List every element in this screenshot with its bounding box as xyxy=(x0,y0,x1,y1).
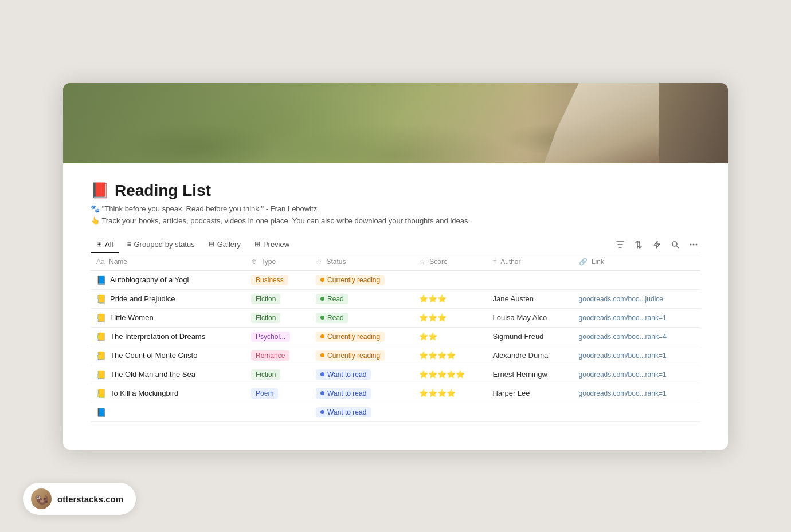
cell-link[interactable]: goodreads.com/boo...rank=1 xyxy=(573,384,700,403)
description: 👆 Track your books, articles, podcasts, … xyxy=(91,216,700,225)
cell-type: Poem xyxy=(245,384,310,403)
view-tabs: ⊞ All ≡ Grouped by status ⊟ Gallery ⊞ Pr… xyxy=(91,237,295,253)
cell-status: Want to read xyxy=(310,365,413,384)
tab-gallery-icon: ⊟ xyxy=(209,240,214,248)
banner-image xyxy=(63,83,728,163)
cell-status: Want to read xyxy=(310,384,413,403)
book-icon: 📘 xyxy=(96,275,106,285)
cell-type: Psychol... xyxy=(245,327,310,346)
svg-point-2 xyxy=(693,243,695,245)
book-icon: 📒 xyxy=(96,370,106,379)
col-score: ☆ Score xyxy=(413,253,487,271)
status-badge[interactable]: Read xyxy=(316,313,348,323)
book-icon: 📘 xyxy=(96,408,106,417)
table-row[interactable]: 📒To Kill a MockingbirdPoemWant to read⭐⭐… xyxy=(91,384,700,403)
tab-gallery[interactable]: ⊟ Gallery xyxy=(203,237,246,253)
cell-status: Currently reading xyxy=(310,346,413,365)
status-dot xyxy=(320,372,324,376)
table-row[interactable]: 📒Pride and PrejudiceFictionRead⭐⭐⭐Jane A… xyxy=(91,289,700,308)
cell-link[interactable]: goodreads.com/boo...rank=4 xyxy=(573,327,700,346)
col-author: ≡ Author xyxy=(487,253,573,271)
cell-type: Fiction xyxy=(245,365,310,384)
status-badge[interactable]: Read xyxy=(316,294,348,304)
brand-avatar: 🦦 xyxy=(31,488,52,509)
type-badge[interactable]: Psychol... xyxy=(251,332,290,342)
svg-point-3 xyxy=(696,243,698,245)
cell-author: Alexandre Duma xyxy=(487,346,573,365)
col-status: ☆ Status xyxy=(310,253,413,271)
svg-point-0 xyxy=(672,242,677,246)
status-badge[interactable]: Want to read xyxy=(316,407,371,417)
status-dot xyxy=(320,410,324,414)
cell-score xyxy=(413,403,487,421)
cell-link[interactable]: goodreads.com/boo...judice xyxy=(573,289,700,308)
type-badge[interactable]: Romance xyxy=(251,350,289,361)
tab-grouped[interactable]: ≡ Grouped by status xyxy=(121,237,200,253)
tab-grouped-icon: ≡ xyxy=(127,240,131,248)
data-table: Aa Name ⊕ Type ☆ Status ☆ Score ≡ Author… xyxy=(91,253,700,422)
more-icon[interactable] xyxy=(687,238,700,251)
status-badge[interactable]: Currently reading xyxy=(316,275,385,285)
cell-status: Currently reading xyxy=(310,327,413,346)
tab-all-icon: ⊞ xyxy=(96,240,102,248)
status-badge[interactable]: Currently reading xyxy=(316,350,385,361)
status-badge[interactable]: Want to read xyxy=(316,369,371,380)
tab-preview[interactable]: ⊞ Preview xyxy=(249,237,295,253)
cell-link[interactable] xyxy=(573,403,700,421)
toolbar xyxy=(613,238,700,251)
cell-type: Fiction xyxy=(245,289,310,308)
cell-score: ⭐⭐⭐ xyxy=(413,289,487,308)
cell-score: ⭐⭐⭐⭐⭐ xyxy=(413,365,487,384)
cell-name: 📒Pride and Prejudice xyxy=(91,289,245,308)
book-icon: 📒 xyxy=(96,389,106,398)
table-row[interactable]: 📘Want to read xyxy=(91,403,700,421)
table-row[interactable]: 📒Little WomenFictionRead⭐⭐⭐Louisa May Al… xyxy=(91,308,700,327)
col-type: ⊕ Type xyxy=(245,253,310,271)
table-row[interactable]: 📒The Interpretation of DreamsPsychol...C… xyxy=(91,327,700,346)
subtitle: 🐾 "Think before you speak. Read before y… xyxy=(91,204,700,213)
cell-name: 📒Little Women xyxy=(91,308,245,327)
col-name: Aa Name xyxy=(91,253,245,271)
cell-link[interactable]: goodreads.com/boo...rank=1 xyxy=(573,365,700,384)
status-dot xyxy=(320,316,324,320)
status-dot xyxy=(320,391,324,395)
status-dot xyxy=(320,353,324,357)
search-icon[interactable] xyxy=(668,238,682,251)
type-badge[interactable]: Fiction xyxy=(251,369,280,380)
status-dot xyxy=(320,297,324,301)
title-row: 📕 Reading List xyxy=(91,182,700,200)
page-content: 📕 Reading List 🐾 "Think before you speak… xyxy=(63,163,728,450)
type-badge[interactable]: Fiction xyxy=(251,294,280,304)
table-row[interactable]: 📒The Count of Monte CristoRomanceCurrent… xyxy=(91,346,700,365)
cell-type: Romance xyxy=(245,346,310,365)
type-badge[interactable]: Business xyxy=(251,275,288,285)
cell-link[interactable]: goodreads.com/boo...rank=1 xyxy=(573,346,700,365)
cell-author: Sigmund Freud xyxy=(487,327,573,346)
tab-all[interactable]: ⊞ All xyxy=(91,237,119,253)
cell-link[interactable]: goodreads.com/boo...rank=1 xyxy=(573,308,700,327)
main-window: 📕 Reading List 🐾 "Think before you speak… xyxy=(63,83,728,450)
type-badge[interactable]: Poem xyxy=(251,388,278,399)
table-row[interactable]: 📘Autobiography of a YogiBusinessCurrentl… xyxy=(91,270,700,289)
cell-author xyxy=(487,403,573,421)
description-emoji: 👆 xyxy=(91,216,100,225)
cell-status: Read xyxy=(310,308,413,327)
cell-name: 📘Autobiography of a Yogi xyxy=(91,270,245,289)
tabs-toolbar-row: ⊞ All ≡ Grouped by status ⊟ Gallery ⊞ Pr… xyxy=(91,237,700,253)
type-badge[interactable]: Fiction xyxy=(251,313,280,323)
filter-icon[interactable] xyxy=(613,238,627,251)
col-link: 🔗 Link xyxy=(573,253,700,271)
table-row[interactable]: 📒The Old Man and the SeaFictionWant to r… xyxy=(91,365,700,384)
brand-domain: otterstacks.com xyxy=(57,494,123,504)
status-badge[interactable]: Want to read xyxy=(316,388,371,399)
book-icon: 📒 xyxy=(96,351,106,360)
cell-name: 📒The Old Man and the Sea xyxy=(91,365,245,384)
book-icon: 📒 xyxy=(96,313,106,322)
cell-author: Harper Lee xyxy=(487,384,573,403)
status-badge[interactable]: Currently reading xyxy=(316,332,385,342)
cell-score: ⭐⭐⭐⭐ xyxy=(413,384,487,403)
cell-author: Louisa May Alco xyxy=(487,308,573,327)
lightning-icon[interactable] xyxy=(650,238,664,251)
sort-icon[interactable] xyxy=(632,238,645,251)
cell-link[interactable] xyxy=(573,270,700,289)
